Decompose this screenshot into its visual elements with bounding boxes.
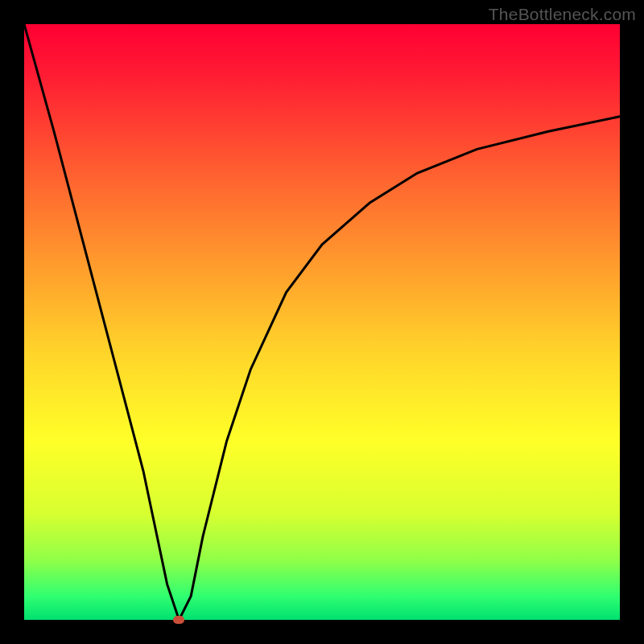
plot-area (24, 24, 620, 620)
watermark-text: TheBottleneck.com (489, 5, 636, 24)
bottleneck-curve (24, 24, 620, 620)
optimum-dot (173, 616, 184, 624)
curve-svg (24, 24, 620, 620)
chart-container: TheBottleneck.com (0, 0, 644, 644)
